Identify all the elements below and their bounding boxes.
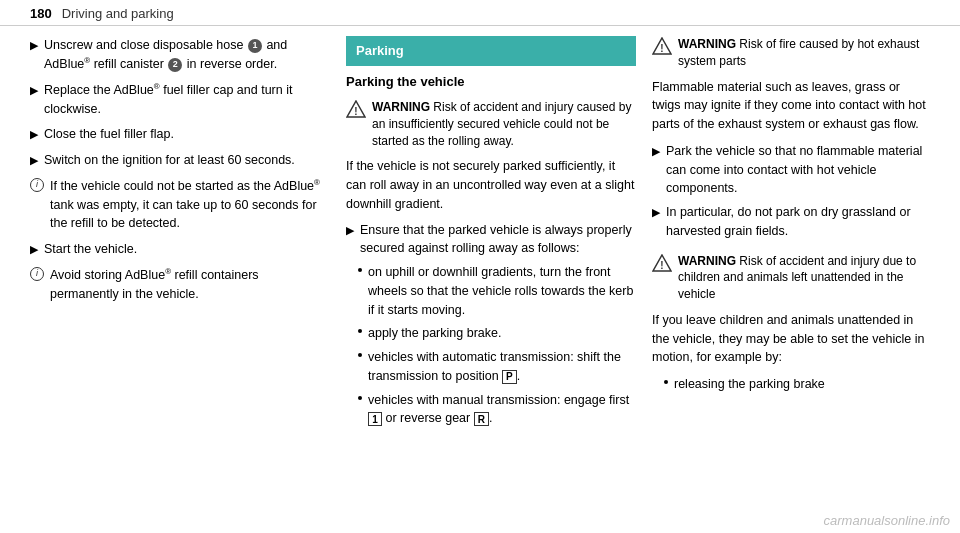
right-warning-block-2: ! WARNING Risk of accident and injury du…	[652, 253, 930, 394]
warning-triangle-icon: !	[346, 100, 366, 118]
sub-bullet-item: apply the parking brake.	[358, 324, 636, 343]
ensure-item: ▶ Ensure that the parked vehicle is alwa…	[346, 221, 636, 259]
page-title: Driving and parking	[62, 6, 174, 21]
right-bullet-item: ▶ Park the vehicle so that no flammable …	[652, 142, 930, 198]
warning-text-2: WARNING Risk of accident and injury due …	[678, 253, 930, 303]
parking-header: Parking	[346, 36, 636, 66]
item-text: Replace the AdBlue® fuel filler cap and …	[44, 81, 330, 119]
warning-bold-2: WARNING	[678, 254, 736, 268]
key-badge-p: P	[502, 370, 517, 384]
item-text: Switch on the ignition for at least 60 s…	[44, 151, 330, 170]
bullet-dot	[358, 268, 362, 272]
item-text: If the vehicle could not be started as t…	[50, 177, 330, 233]
arrow-icon: ▶	[30, 126, 38, 143]
arrow-icon: ▶	[30, 82, 38, 99]
sub-bullet-list: on uphill or downhill gradients, turn th…	[358, 263, 636, 428]
page-number: 180	[30, 6, 52, 21]
warning-triangle-icon: !	[652, 254, 672, 272]
list-item: ▶ Replace the AdBlue® fuel filler cap an…	[30, 81, 330, 119]
sub-bullet-item: vehicles with automatic transmission: sh…	[358, 348, 636, 386]
mid-para-1: If the vehicle is not securely parked su…	[346, 157, 636, 213]
warning-bold: WARNING	[372, 100, 430, 114]
right-para-2: If you leave children and animals unatte…	[652, 311, 930, 367]
ensure-text: Ensure that the parked vehicle is always…	[360, 221, 636, 259]
arrow-icon: ▶	[30, 152, 38, 169]
sub-bullet-text: apply the parking brake.	[368, 324, 501, 343]
list-item: ▶ Switch on the ignition for at least 60…	[30, 151, 330, 170]
item-text: Avoid storing AdBlue® refill containers …	[50, 266, 330, 304]
badge-2: 2	[168, 58, 182, 72]
watermark: carmanualsonline.info	[824, 513, 950, 528]
parking-header-text: Parking	[356, 43, 404, 58]
page-container: 180 Driving and parking ▶ Unscrew and cl…	[0, 0, 960, 533]
bullet-dot	[358, 353, 362, 357]
sub-bullet-item: on uphill or downhill gradients, turn th…	[358, 263, 636, 319]
key-badge-1: 1	[368, 412, 382, 426]
right-bullet-item: ▶ In particular, do not park on dry gras…	[652, 203, 930, 241]
warning-box-2: ! WARNING Risk of accident and injury du…	[652, 253, 930, 303]
key-badge-r: R	[474, 412, 489, 426]
list-item: i Avoid storing AdBlue® refill container…	[30, 266, 330, 304]
item-text: Unscrew and close disposable hose 1 and …	[44, 36, 330, 74]
right-bullet-text: Park the vehicle so that no flammable ma…	[666, 142, 930, 198]
info-icon: i	[30, 267, 44, 281]
arrow-icon: ▶	[652, 143, 660, 160]
item-text: Close the fuel filler flap.	[44, 125, 330, 144]
warning-text-1: WARNING Risk of fire caused by hot exhau…	[678, 36, 930, 70]
sub-bullet-text: vehicles with manual transmission: engag…	[368, 391, 636, 429]
content-area: ▶ Unscrew and close disposable hose 1 an…	[0, 36, 960, 433]
info-icon: i	[30, 178, 44, 192]
page-header: 180 Driving and parking	[0, 0, 960, 26]
list-item: ▶ Start the vehicle.	[30, 240, 330, 259]
sub-bullet-item: vehicles with manual transmission: engag…	[358, 391, 636, 429]
list-item: ▶ Unscrew and close disposable hose 1 an…	[30, 36, 330, 74]
bullet-dot	[664, 380, 668, 384]
badge-1: 1	[248, 39, 262, 53]
list-item: i If the vehicle could not be started as…	[30, 177, 330, 233]
bullet-dot	[358, 329, 362, 333]
svg-text:!: !	[354, 106, 357, 117]
svg-text:!: !	[660, 259, 663, 270]
right-warning-block-1: ! WARNING Risk of fire caused by hot exh…	[652, 36, 930, 241]
bullet-dot	[358, 396, 362, 400]
right-sub-bullets: releasing the parking brake	[664, 375, 930, 394]
left-column: ▶ Unscrew and close disposable hose 1 an…	[30, 36, 330, 433]
svg-text:!: !	[660, 43, 663, 54]
warning-text: WARNING Risk of accident and injury caus…	[372, 99, 636, 149]
arrow-icon: ▶	[30, 241, 38, 258]
sub-bullet-text: vehicles with automatic transmission: sh…	[368, 348, 636, 386]
middle-column: Parking Parking the vehicle ! WARNING Ri…	[346, 36, 636, 433]
warning-box: ! WARNING Risk of accident and injury ca…	[346, 99, 636, 149]
right-column: ! WARNING Risk of fire caused by hot exh…	[652, 36, 930, 433]
right-sub-bullet-text: releasing the parking brake	[674, 375, 825, 394]
warning-box-1: ! WARNING Risk of fire caused by hot exh…	[652, 36, 930, 70]
parking-subheader-text: Parking the vehicle	[346, 74, 465, 89]
parking-subheader: Parking the vehicle	[346, 72, 636, 92]
arrow-icon: ▶	[346, 222, 354, 239]
right-bullet-text: In particular, do not park on dry grassl…	[666, 203, 930, 241]
warning-triangle-icon: !	[652, 37, 672, 55]
right-sub-bullet-item: releasing the parking brake	[664, 375, 930, 394]
arrow-icon: ▶	[652, 204, 660, 221]
arrow-icon: ▶	[30, 37, 38, 54]
item-text: Start the vehicle.	[44, 240, 330, 259]
sub-bullet-text: on uphill or downhill gradients, turn th…	[368, 263, 636, 319]
right-para-1: Flammable material such as leaves, grass…	[652, 78, 930, 134]
list-item: ▶ Close the fuel filler flap.	[30, 125, 330, 144]
warning-bold-1: WARNING	[678, 37, 736, 51]
